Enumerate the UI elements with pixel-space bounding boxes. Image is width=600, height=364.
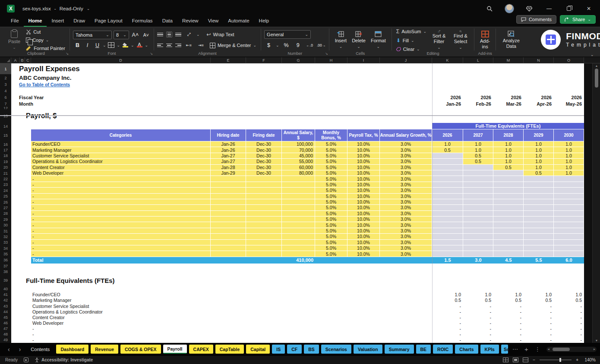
- fte-cell[interactable]: [524, 194, 554, 199]
- sheet-tab-scenarios[interactable]: Scenarios: [321, 345, 351, 354]
- fte-cell[interactable]: [554, 228, 584, 234]
- bonus-cell[interactable]: 5.0%: [315, 228, 347, 234]
- fte-name-cell[interactable]: Marketing Manager: [31, 298, 211, 303]
- category-cell[interactable]: -: [31, 217, 211, 222]
- fte-value-cell[interactable]: -: [554, 314, 584, 320]
- row-header-25[interactable]: 25: [0, 194, 11, 199]
- document-title[interactable]: sex-toys.xlsx - Read-Only ⌄: [22, 6, 90, 11]
- sheet-tab-capex[interactable]: CAPEX: [189, 345, 213, 354]
- cell[interactable]: [11, 165, 31, 170]
- fte-value-cell[interactable]: 0.5: [493, 298, 524, 303]
- sheet-tab-valuation[interactable]: Valuation: [354, 345, 382, 354]
- fte-value-cell[interactable]: -: [554, 337, 584, 343]
- sheet-tab-be[interactable]: BE: [416, 345, 431, 354]
- row-header-36[interactable]: 36: [0, 257, 11, 264]
- fte-cell[interactable]: [432, 205, 463, 210]
- fiscal-year-value[interactable]: 2026: [493, 94, 524, 101]
- fte-name-cell[interactable]: -: [31, 331, 211, 337]
- fte-cell[interactable]: [463, 205, 493, 210]
- sheet-tab-roic[interactable]: ROIC: [433, 345, 453, 354]
- fte-cell[interactable]: [493, 234, 524, 239]
- fte-cell[interactable]: 1.0: [524, 159, 554, 164]
- category-cell[interactable]: -: [31, 234, 211, 239]
- firing-date-cell[interactable]: [246, 222, 282, 228]
- header-fte-year[interactable]: 2027: [463, 129, 493, 141]
- add-sheet-button[interactable]: +: [522, 345, 531, 353]
- increase-decimal-button[interactable]: ←.0: [305, 41, 314, 50]
- fte-cell[interactable]: 1.0: [554, 165, 584, 170]
- cell[interactable]: [211, 326, 432, 331]
- fte-cell[interactable]: [524, 245, 554, 251]
- hscroll-right-icon[interactable]: ▸: [594, 347, 595, 351]
- fte-cell[interactable]: 1.0: [463, 147, 493, 153]
- fte-value-cell[interactable]: 1.0: [463, 292, 493, 298]
- hiring-date-cell[interactable]: [211, 245, 246, 251]
- fte-cell[interactable]: [554, 222, 584, 228]
- cell[interactable]: [11, 222, 31, 228]
- row-header-37[interactable]: 37: [0, 264, 11, 269]
- cell[interactable]: [11, 309, 31, 314]
- salary-cell[interactable]: [282, 222, 315, 228]
- wrap-text-button[interactable]: ↩Wrap Text: [205, 31, 235, 38]
- borders-button[interactable]: [107, 41, 116, 50]
- sheet-tab-charts[interactable]: Charts: [455, 345, 478, 354]
- bonus-cell[interactable]: 5.0%: [315, 245, 347, 251]
- fte-value-cell[interactable]: 1.0: [524, 292, 554, 298]
- fte-cell[interactable]: [463, 240, 493, 245]
- fte-value-cell[interactable]: -: [463, 303, 493, 309]
- font-family-select[interactable]: Tahoma⌄: [73, 31, 112, 39]
- fill-color-caret[interactable]: ⌄: [131, 43, 134, 47]
- column-header-A[interactable]: A: [11, 57, 20, 63]
- fte-cell[interactable]: [493, 194, 524, 199]
- fte-cell[interactable]: 0.5: [463, 153, 493, 159]
- column-header-F[interactable]: F: [246, 57, 282, 63]
- column-header-I[interactable]: I: [347, 57, 380, 63]
- fte-cell[interactable]: [432, 211, 463, 217]
- cell[interactable]: [11, 326, 31, 331]
- tax-cell[interactable]: 10.0%: [347, 141, 380, 147]
- firing-date-cell[interactable]: [246, 211, 282, 217]
- fte-banner[interactable]: Full-Time Equivalents (FTEs): [432, 123, 584, 129]
- fte-cell[interactable]: 1.0: [493, 147, 524, 153]
- fte-cell[interactable]: [493, 205, 524, 210]
- fte-value-cell[interactable]: -: [554, 326, 584, 331]
- salary-cell[interactable]: [282, 240, 315, 245]
- header-annual-salary[interactable]: Annual Salary, $: [282, 129, 315, 141]
- cell[interactable]: [11, 129, 31, 141]
- month-label[interactable]: Month: [11, 101, 432, 107]
- cell[interactable]: [11, 182, 31, 188]
- header-fte-year[interactable]: 2030: [554, 129, 584, 141]
- fte-cell[interactable]: 0.5: [493, 165, 524, 170]
- growth-cell[interactable]: 3.0%: [380, 170, 432, 176]
- fte-cell[interactable]: [463, 165, 493, 170]
- fte-name-cell[interactable]: Web Developer: [31, 320, 211, 326]
- sheet-tab-revenue[interactable]: Revenue: [91, 345, 118, 354]
- salary-cell[interactable]: 60,000: [282, 165, 315, 170]
- vertical-scroll-thumb[interactable]: [595, 69, 598, 88]
- fte-cell[interactable]: [493, 245, 524, 251]
- header-fte-year[interactable]: 2029: [524, 129, 554, 141]
- fte-cell[interactable]: [524, 240, 554, 245]
- bonus-cell[interactable]: 5.0%: [315, 165, 347, 170]
- cell[interactable]: [11, 147, 31, 153]
- paste-button[interactable]: Paste⌄: [6, 29, 23, 50]
- growth-cell[interactable]: 3.0%: [380, 251, 432, 257]
- hiring-date-cell[interactable]: [211, 217, 246, 222]
- cell[interactable]: [211, 292, 432, 298]
- cell[interactable]: [11, 320, 31, 326]
- zoom-level[interactable]: 140%: [583, 358, 596, 362]
- tax-cell[interactable]: 10.0%: [347, 147, 380, 153]
- select-all-corner[interactable]: [0, 57, 11, 63]
- page-break-view-icon[interactable]: [523, 358, 528, 362]
- fte-cell[interactable]: [554, 217, 584, 222]
- sheet-tab-bs[interactable]: BS: [304, 345, 319, 354]
- tax-cell[interactable]: 10.0%: [347, 199, 380, 205]
- tax-cell[interactable]: 10.0%: [347, 240, 380, 245]
- growth-cell[interactable]: 3.0%: [380, 205, 432, 210]
- fte-cell[interactable]: [432, 222, 463, 228]
- category-cell[interactable]: -: [31, 240, 211, 245]
- menu-data[interactable]: Data: [158, 17, 177, 27]
- fte-value-cell[interactable]: -: [432, 326, 463, 331]
- format-cells-button[interactable]: Format⌄: [368, 29, 388, 50]
- total-cell[interactable]: [380, 257, 432, 264]
